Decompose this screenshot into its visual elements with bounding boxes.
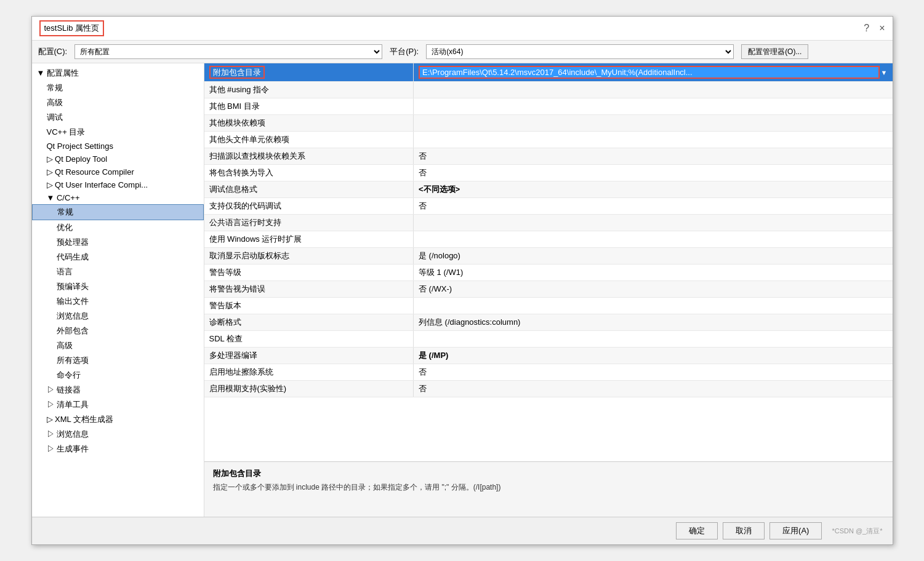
tree-item-cpp-language[interactable]: 语言 <box>32 265 204 279</box>
tree-item-cpp-preprocessor[interactable]: 预处理器 <box>32 235 204 250</box>
prop-name: 其他头文件单元依赖项 <box>204 132 414 148</box>
watermark: *CSDN @_清豆* <box>832 527 882 536</box>
config-manager-button[interactable]: 配置管理器(O)... <box>741 44 808 59</box>
prop-value-include-container: E:\ProgramFiles\Qt\5.14.2\msvc2017_64\in… <box>419 66 888 79</box>
description-panel: 附加包含目录 指定一个或多个要添加到 include 路径中的目录；如果指定多个… <box>204 461 893 517</box>
tree-item-xmldoc[interactable]: ▷ XML 文档生成器 <box>32 412 204 427</box>
dropdown-icon[interactable]: ▼ <box>881 69 888 76</box>
tree-item-qt-resource[interactable]: ▷ Qt Resource Compiler <box>32 165 204 178</box>
tree-root-label: ▼ 配置属性 <box>37 68 79 79</box>
prop-name: 警告版本 <box>204 298 414 314</box>
tree-item-browse-info[interactable]: ▷ 浏览信息 <box>32 427 204 442</box>
prop-value: 否 <box>414 148 893 165</box>
footer: 确定 取消 应用(A) *CSDN @_清豆* <box>32 517 893 544</box>
tree-item-cpp-pch[interactable]: 预编译头 <box>32 279 204 294</box>
description-title: 附加包含目录 <box>213 468 884 479</box>
table-row[interactable]: 取消显示启动版权标志 是 (/nologo) <box>204 248 893 265</box>
table-row[interactable]: 使用 Windows 运行时扩展 <box>204 231 893 248</box>
table-row[interactable]: 附加包含目录 E:\ProgramFiles\Qt\5.14.2\msvc201… <box>204 63 893 82</box>
prop-name: 取消显示启动版权标志 <box>204 248 414 265</box>
properties-table: 附加包含目录 E:\ProgramFiles\Qt\5.14.2\msvc201… <box>204 63 893 461</box>
title-bar: testSLib 属性页 ? × <box>32 17 893 41</box>
cancel-button[interactable]: 取消 <box>723 522 765 539</box>
table-row[interactable]: 其他头文件单元依赖项 <box>204 132 893 148</box>
prop-value <box>414 82 893 98</box>
table-row[interactable]: 启用地址擦除系统 否 <box>204 364 893 381</box>
table-row[interactable]: 多处理器编译 是 (/MP) <box>204 348 893 364</box>
prop-name: 扫描源以查找模块依赖关系 <box>204 148 414 165</box>
close-icon[interactable]: × <box>879 23 885 34</box>
prop-name: 其他 #using 指令 <box>204 82 414 98</box>
prop-name: 调试信息格式 <box>204 181 414 198</box>
prop-name: 启用地址擦除系统 <box>204 364 414 381</box>
prop-name: 将包含转换为导入 <box>204 165 414 181</box>
tree-item-qt-deploy[interactable]: ▷ Qt Deploy Tool <box>32 153 204 165</box>
tree-item-qt-project[interactable]: Qt Project Settings <box>32 140 204 153</box>
tree-item-cpp-advanced[interactable]: 高级 <box>32 338 204 353</box>
help-icon[interactable]: ? <box>864 23 869 34</box>
prop-value <box>414 132 893 148</box>
tree-item-cpp-cmdline[interactable]: 命令行 <box>32 368 204 383</box>
tree-item-cpp[interactable]: ▼ C/C++ <box>32 191 204 204</box>
tree-item-cpp-browse[interactable]: 浏览信息 <box>32 309 204 324</box>
prop-value: 否 <box>414 165 893 181</box>
table-row[interactable]: 警告等级 等级 1 (/W1) <box>204 265 893 281</box>
platform-select[interactable]: 活动(x64) <box>426 44 734 59</box>
prop-value: 否 <box>414 364 893 381</box>
tree-item-cpp-codegen[interactable]: 代码生成 <box>32 250 204 265</box>
table-row[interactable]: SDL 检查 <box>204 331 893 348</box>
tree-item-cpp-allopts[interactable]: 所有选项 <box>32 353 204 368</box>
config-select[interactable]: 所有配置 <box>74 44 382 59</box>
apply-button[interactable]: 应用(A) <box>769 522 822 539</box>
prop-value <box>414 215 893 231</box>
prop-value-include[interactable]: E:\ProgramFiles\Qt\5.14.2\msvc2017_64\in… <box>419 66 880 79</box>
tree-item-vcpp[interactable]: VC++ 目录 <box>32 125 204 140</box>
tree-item-debug[interactable]: 调试 <box>32 110 204 125</box>
main-dialog: testSLib 属性页 ? × 配置(C): 所有配置 平台(P): 活动(x… <box>31 16 893 545</box>
prop-name: 将警告视为错误 <box>204 281 414 298</box>
tree-item-cpp-external[interactable]: 外部包含 <box>32 324 204 338</box>
tree-item-advanced[interactable]: 高级 <box>32 95 204 110</box>
config-label: 配置(C): <box>38 46 68 57</box>
prop-value: 否 <box>414 381 893 397</box>
tree-item-manifest[interactable]: ▷ 清单工具 <box>32 397 204 412</box>
prop-name: 诊断格式 <box>204 314 414 331</box>
table-row[interactable]: 其他 BMI 目录 <box>204 98 893 115</box>
prop-name-include: 附加包含目录 <box>209 66 265 79</box>
prop-name: 启用模期支持(实验性) <box>204 381 414 397</box>
prop-name: 使用 Windows 运行时扩展 <box>204 231 414 248</box>
prop-value: 否 (/WX-) <box>414 281 893 298</box>
table-row[interactable]: 扫描源以查找模块依赖关系 否 <box>204 148 893 165</box>
tree-root-config[interactable]: ▼ 配置属性 <box>32 66 204 81</box>
toolbar: 配置(C): 所有配置 平台(P): 活动(x64) 配置管理器(O)... <box>32 41 893 63</box>
table-row[interactable]: 其他 #using 指令 <box>204 82 893 98</box>
prop-value <box>414 98 893 115</box>
tree-item-linker[interactable]: ▷ 链接器 <box>32 383 204 397</box>
dialog-title: testSLib 属性页 <box>39 20 105 36</box>
ok-button[interactable]: 确定 <box>676 522 718 539</box>
table-row[interactable]: 其他模块依赖项 <box>204 115 893 132</box>
tree-item-cpp-optimize[interactable]: 优化 <box>32 220 204 235</box>
right-panel: 附加包含目录 E:\ProgramFiles\Qt\5.14.2\msvc201… <box>204 63 893 517</box>
tree-item-general[interactable]: 常规 <box>32 81 204 95</box>
tree-item-build-events[interactable]: ▷ 生成事件 <box>32 442 204 456</box>
title-controls: ? × <box>864 23 885 34</box>
table-row[interactable]: 将警告视为错误 否 (/WX-) <box>204 281 893 298</box>
table-row[interactable]: 公共语言运行时支持 <box>204 215 893 231</box>
prop-value: 是 (/nologo) <box>414 248 893 265</box>
main-content: ▼ 配置属性 常规 高级 调试 VC++ 目录 Qt Project Setti… <box>32 63 893 517</box>
tree-item-qt-ui[interactable]: ▷ Qt User Interface Compi... <box>32 178 204 191</box>
prop-name: 多处理器编译 <box>204 348 414 364</box>
prop-name: 其他模块依赖项 <box>204 115 414 132</box>
prop-value: 否 <box>414 198 893 215</box>
table-row[interactable]: 支持仅我的代码调试 否 <box>204 198 893 215</box>
table-row[interactable]: 调试信息格式 <不同选项> <box>204 181 893 198</box>
prop-value-bold: <不同选项> <box>414 181 893 198</box>
table-row[interactable]: 启用模期支持(实验性) 否 <box>204 381 893 397</box>
table-row[interactable]: 警告版本 <box>204 298 893 314</box>
table-row[interactable]: 诊断格式 列信息 (/diagnostics:column) <box>204 314 893 331</box>
tree-item-cpp-output[interactable]: 输出文件 <box>32 294 204 309</box>
prop-name: 其他 BMI 目录 <box>204 98 414 115</box>
tree-item-cpp-general[interactable]: 常规 <box>32 204 204 220</box>
table-row[interactable]: 将包含转换为导入 否 <box>204 165 893 181</box>
